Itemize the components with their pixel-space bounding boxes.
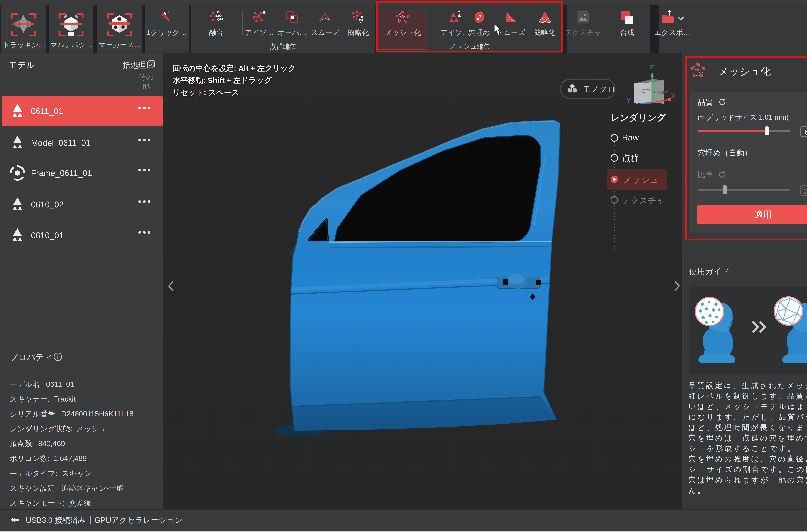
svg-text:Z: Z [650,63,654,71]
svg-text:FRONT: FRONT [654,90,669,95]
svg-text:LEFT: LEFT [639,88,651,94]
svg-text:Y: Y [627,97,631,104]
svg-text:X: X [671,92,675,99]
